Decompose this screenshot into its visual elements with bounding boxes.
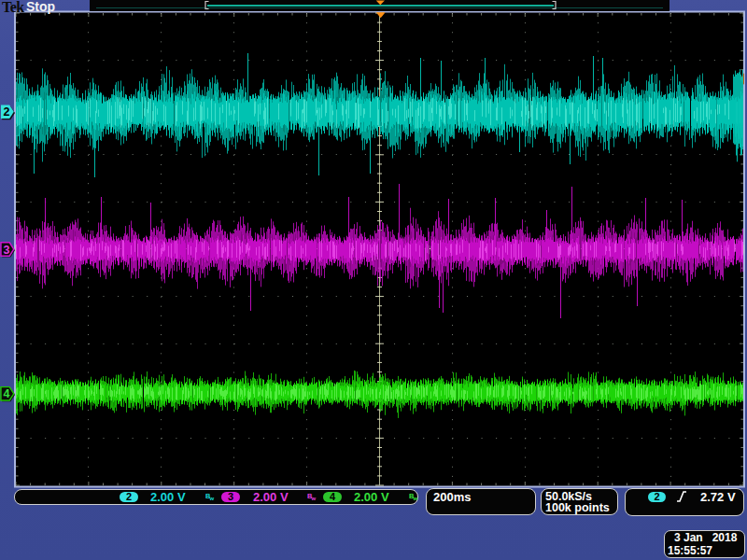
svg-text:3: 3 [4, 244, 10, 257]
svg-text:4: 4 [4, 387, 10, 400]
svg-text:2: 2 [4, 105, 10, 119]
